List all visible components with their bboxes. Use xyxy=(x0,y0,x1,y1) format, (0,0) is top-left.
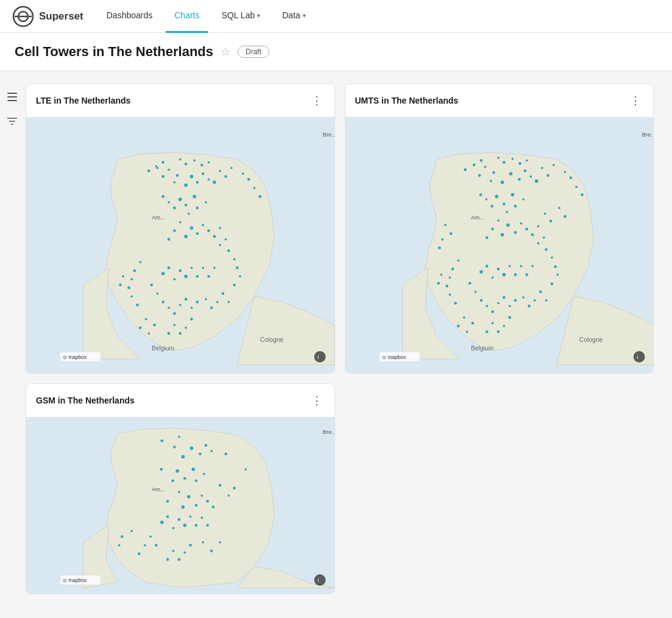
map-netherlands-lte: Am... Bruges Belgium Cologne ⊙ mapbox i … xyxy=(26,117,334,373)
svg-point-32 xyxy=(173,207,176,210)
logo-text: Superset xyxy=(39,10,83,23)
svg-point-172 xyxy=(491,310,494,313)
svg-rect-4 xyxy=(7,96,17,98)
svg-rect-3 xyxy=(7,93,17,94)
svg-point-133 xyxy=(502,202,505,205)
content-area: LTE in The Netherlands ⋮ xyxy=(0,71,672,606)
chart-card-gsm: GSM in The Netherlands ⋮ xyxy=(26,383,335,594)
svg-point-255 xyxy=(178,558,181,561)
svg-point-50 xyxy=(227,249,230,252)
svg-point-117 xyxy=(529,176,532,178)
svg-point-89 xyxy=(179,332,182,335)
chart-title-umts: UMTS in The Netherlands xyxy=(355,96,459,105)
svg-point-116 xyxy=(500,180,504,184)
svg-point-211 xyxy=(449,232,452,235)
svg-text:⊙ mapbox: ⊙ mapbox xyxy=(381,354,406,360)
svg-text:⊙ mapbox: ⊙ mapbox xyxy=(63,354,87,360)
svg-point-149 xyxy=(491,227,494,230)
svg-point-189 xyxy=(545,299,547,302)
svg-point-95 xyxy=(153,324,156,327)
svg-point-78 xyxy=(130,295,133,297)
svg-text:Am...: Am... xyxy=(470,215,484,221)
svg-point-168 xyxy=(468,282,471,285)
svg-point-72 xyxy=(191,307,193,309)
svg-point-90 xyxy=(174,324,176,326)
svg-point-91 xyxy=(168,332,171,335)
svg-point-209 xyxy=(564,215,567,218)
svg-point-47 xyxy=(225,238,227,241)
filter-button[interactable] xyxy=(4,113,21,130)
chart-more-options-umts[interactable]: ⋮ xyxy=(628,91,643,110)
svg-point-256 xyxy=(172,550,175,552)
svg-point-247 xyxy=(178,518,181,521)
page-title: Cell Towers in The Netherlands xyxy=(15,44,213,60)
svg-point-246 xyxy=(172,527,175,530)
logo[interactable]: Superset xyxy=(12,5,83,27)
svg-point-147 xyxy=(531,233,534,236)
svg-point-252 xyxy=(206,524,209,527)
svg-point-123 xyxy=(484,166,486,168)
svg-point-187 xyxy=(533,299,536,302)
svg-point-234 xyxy=(203,473,205,475)
svg-point-52 xyxy=(236,266,239,269)
svg-point-260 xyxy=(130,530,133,532)
svg-point-16 xyxy=(219,169,221,172)
svg-point-82 xyxy=(205,298,207,300)
chart-title-gsm: GSM in The Netherlands xyxy=(36,396,135,405)
svg-point-109 xyxy=(314,351,326,363)
svg-point-166 xyxy=(525,273,528,276)
chart-header-umts: UMTS in The Netherlands ⋮ xyxy=(345,84,654,117)
svg-point-263 xyxy=(178,436,180,438)
nav-charts[interactable]: Charts xyxy=(166,0,208,33)
svg-point-202 xyxy=(518,162,522,165)
svg-point-196 xyxy=(457,325,460,328)
svg-point-15 xyxy=(176,174,179,177)
chart-header-lte: LTE in The Netherlands ⋮ xyxy=(26,84,334,117)
svg-point-143 xyxy=(520,222,522,225)
svg-point-200 xyxy=(502,161,505,164)
nav-sqllab[interactable]: SQL Lab ▾ xyxy=(213,0,269,33)
svg-point-171 xyxy=(486,305,488,307)
nav-data[interactable]: Data ▾ xyxy=(274,0,314,33)
collapse-sidebar-button[interactable] xyxy=(4,88,21,105)
dashboard-grid: LTE in The Netherlands ⋮ xyxy=(0,71,672,606)
svg-point-25 xyxy=(242,172,244,175)
svg-point-73 xyxy=(196,300,199,304)
svg-text:Cologne: Cologne xyxy=(260,336,284,343)
svg-point-235 xyxy=(160,468,163,471)
favorite-star-icon[interactable]: ☆ xyxy=(221,45,230,59)
svg-point-226 xyxy=(182,455,185,459)
nav-dashboards[interactable]: Dashboards xyxy=(98,0,161,33)
svg-point-180 xyxy=(445,285,448,288)
svg-point-162 xyxy=(502,273,506,277)
svg-point-26 xyxy=(247,178,250,181)
svg-point-55 xyxy=(161,272,165,275)
sqllab-dropdown-caret: ▾ xyxy=(257,12,260,19)
svg-point-14 xyxy=(208,178,210,180)
svg-point-213 xyxy=(438,246,441,249)
chart-more-options-lte[interactable]: ⋮ xyxy=(309,91,325,110)
svg-point-227 xyxy=(210,450,213,452)
svg-point-242 xyxy=(212,505,215,508)
svg-point-195 xyxy=(462,316,465,319)
svg-point-33 xyxy=(188,213,190,215)
svg-text:Belgium: Belgium xyxy=(470,345,493,352)
svg-point-114 xyxy=(518,178,521,181)
svg-text:Bre...: Bre... xyxy=(642,132,653,138)
map-netherlands-gsm: Am... Bre... ⊙ mapbox i xyxy=(26,417,334,594)
svg-point-122 xyxy=(534,179,538,183)
svg-point-203 xyxy=(525,160,528,162)
svg-point-12 xyxy=(202,172,205,176)
svg-point-194 xyxy=(485,330,488,333)
svg-point-115 xyxy=(523,169,526,172)
svg-point-34 xyxy=(196,207,199,210)
svg-point-101 xyxy=(161,161,164,164)
svg-point-185 xyxy=(522,296,525,299)
svg-point-83 xyxy=(210,307,213,310)
svg-point-124 xyxy=(478,174,481,177)
svg-point-184 xyxy=(437,282,440,285)
chart-more-options-gsm[interactable]: ⋮ xyxy=(309,391,325,410)
svg-point-140 xyxy=(479,193,482,196)
svg-point-231 xyxy=(191,467,195,471)
svg-point-178 xyxy=(451,268,454,271)
